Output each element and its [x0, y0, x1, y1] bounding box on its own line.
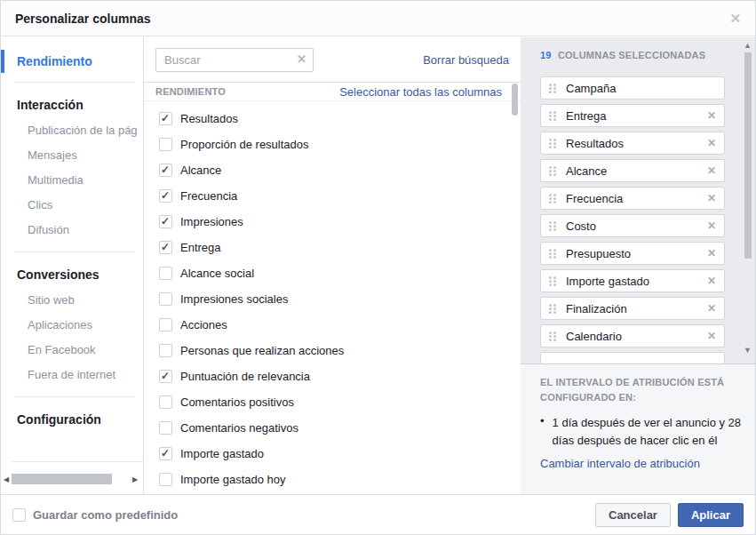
remove-column-icon[interactable]: ✕: [707, 303, 716, 314]
remove-column-icon[interactable]: ✕: [707, 331, 716, 341]
column-option-label: Proporción de resultados: [180, 138, 309, 151]
clear-search-icon[interactable]: ✕: [297, 53, 306, 65]
selected-column-label: Entrega: [566, 109, 607, 123]
clear-search-link[interactable]: Borrar búsqueda: [423, 53, 509, 67]
column-option[interactable]: Alcance social: [144, 260, 521, 286]
checkbox[interactable]: [159, 421, 172, 435]
scrollbar-thumb[interactable]: [744, 52, 752, 259]
save-default-option[interactable]: Guardar como predefinido: [12, 508, 178, 522]
column-option[interactable]: Entrega: [144, 235, 521, 260]
divider: [14, 82, 134, 83]
selected-column[interactable]: Finalización ✕: [540, 297, 725, 320]
drag-handle-icon[interactable]: [549, 138, 556, 148]
checkbox[interactable]: [159, 344, 172, 357]
sidebar-horizontal-scrollbar[interactable]: ◀ ▶: [1, 473, 140, 485]
column-option-label: Alcance: [180, 164, 221, 177]
column-option[interactable]: Frecuencia: [144, 183, 521, 209]
column-option[interactable]: Comentarios positivos: [144, 389, 521, 415]
sidebar-item-sitio-web[interactable]: Sitio web: [1, 288, 143, 313]
column-option[interactable]: Proporción de resultados: [144, 132, 521, 157]
selected-column[interactable]: Presupuesto ✕: [540, 242, 725, 265]
sidebar-heading-interaccion[interactable]: Interacción: [1, 92, 143, 118]
drag-handle-icon[interactable]: [549, 220, 556, 231]
drag-handle-icon[interactable]: [549, 248, 556, 259]
checkbox[interactable]: [159, 292, 172, 306]
category-sidebar: Rendimiento Interacción Publicación de l…: [1, 37, 144, 494]
checkbox[interactable]: [159, 395, 172, 409]
change-attribution-link[interactable]: Cambiar intervalo de atribución: [540, 457, 736, 470]
selected-column-label: Resultados: [566, 137, 624, 150]
column-option[interactable]: Impresiones sociales: [144, 286, 521, 312]
column-option[interactable]: Puntuación de relevancia: [144, 363, 521, 389]
scroll-left-icon[interactable]: ◀: [1, 475, 12, 483]
checkbox[interactable]: [159, 241, 172, 254]
sidebar-item-publicacion[interactable]: Publicación de la pág: [1, 118, 143, 143]
column-option[interactable]: Impresiones: [144, 209, 521, 235]
cancel-button[interactable]: Cancelar: [595, 503, 671, 527]
drag-handle-icon[interactable]: [549, 303, 556, 314]
selected-column[interactable]: Entrega ✕: [540, 104, 725, 127]
close-icon[interactable]: ✕: [729, 12, 741, 25]
select-all-link[interactable]: Seleccionar todas las columnas: [339, 85, 509, 99]
drag-handle-icon[interactable]: [549, 110, 556, 121]
sidebar-item-clics[interactable]: Clics: [1, 193, 143, 218]
checkbox[interactable]: [159, 447, 172, 460]
checkbox[interactable]: [159, 138, 172, 151]
selected-column[interactable]: Costo ✕: [540, 214, 725, 237]
column-option[interactable]: Resultados: [144, 106, 521, 132]
remove-column-icon[interactable]: ✕: [707, 248, 716, 259]
column-option[interactable]: Alcance: [144, 157, 521, 183]
selected-column[interactable]: Campaña: [540, 76, 725, 100]
checkbox[interactable]: [159, 370, 172, 383]
sidebar-heading-conversiones[interactable]: Conversiones: [1, 261, 143, 288]
remove-column-icon[interactable]: ✕: [707, 220, 716, 231]
sidebar-item-rendimiento[interactable]: Rendimiento: [1, 50, 143, 73]
column-option[interactable]: Comentarios negativos: [144, 415, 521, 441]
selected-column-partial[interactable]: [540, 352, 725, 363]
column-option[interactable]: Importe gastado: [144, 441, 521, 467]
sidebar-item-mensajes[interactable]: Mensajes: [1, 143, 143, 168]
sidebar-item-multimedia[interactable]: Multimedia: [1, 168, 143, 193]
drag-handle-icon[interactable]: [549, 331, 556, 341]
checkbox[interactable]: [159, 164, 172, 177]
scroll-up-icon[interactable]: ▲: [744, 41, 752, 50]
sidebar-item-fuera-de-internet[interactable]: Fuera de internet: [1, 363, 143, 387]
remove-column-icon[interactable]: ✕: [707, 165, 716, 176]
checkbox[interactable]: [159, 215, 172, 228]
search-input[interactable]: [155, 48, 314, 72]
apply-button[interactable]: Aplicar: [678, 503, 744, 527]
sidebar-item-aplicaciones[interactable]: Aplicaciones: [1, 313, 143, 338]
checkbox[interactable]: [159, 189, 172, 203]
remove-column-icon[interactable]: ✕: [707, 193, 716, 204]
column-option[interactable]: Acciones: [144, 312, 521, 338]
column-option[interactable]: Personas que realizan acciones: [144, 338, 521, 363]
scrollbar-track[interactable]: [12, 473, 130, 485]
remove-column-icon[interactable]: ✕: [707, 275, 716, 286]
sidebar-heading-configuracion[interactable]: Configuración: [1, 406, 143, 433]
list-scrollbar-thumb[interactable]: [512, 84, 518, 116]
scrollbar-thumb[interactable]: [12, 474, 112, 484]
drag-handle-icon[interactable]: [549, 165, 556, 176]
sidebar-item-difusion[interactable]: Difusión: [1, 218, 143, 243]
selected-column[interactable]: Frecuencia ✕: [540, 187, 725, 210]
checkbox[interactable]: [159, 112, 172, 125]
remove-column-icon[interactable]: ✕: [707, 138, 716, 148]
drag-handle-icon[interactable]: [549, 83, 556, 93]
scroll-right-icon[interactable]: ▶: [130, 475, 140, 483]
selected-count-number: 19: [540, 50, 552, 60]
drag-handle-icon[interactable]: [549, 193, 556, 204]
remove-column-icon[interactable]: ✕: [707, 110, 716, 121]
scroll-down-icon[interactable]: ▼: [744, 346, 752, 355]
selected-column[interactable]: Calendario ✕: [540, 324, 725, 347]
column-option[interactable]: Importe gastado hoy: [144, 467, 521, 492]
drag-handle-icon[interactable]: [549, 275, 556, 286]
save-default-checkbox[interactable]: [12, 508, 26, 522]
checkbox[interactable]: [159, 267, 172, 280]
selected-column[interactable]: Importe gastado ✕: [540, 269, 725, 292]
selected-column[interactable]: Alcance ✕: [540, 159, 725, 182]
checkbox[interactable]: [159, 318, 172, 331]
checkbox[interactable]: [159, 473, 172, 486]
column-option-label: Resultados: [180, 112, 238, 125]
sidebar-item-en-facebook[interactable]: En Facebook: [1, 338, 143, 363]
selected-column[interactable]: Resultados ✕: [540, 132, 725, 155]
